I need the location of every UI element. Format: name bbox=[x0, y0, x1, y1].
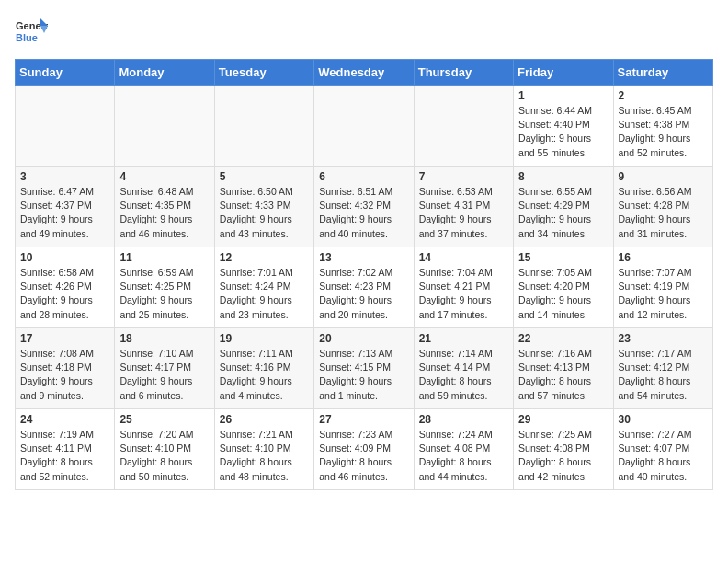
day-number: 11 bbox=[119, 251, 209, 264]
day-cell bbox=[115, 86, 214, 167]
day-cell: 18Sunrise: 7:10 AM Sunset: 4:17 PM Dayli… bbox=[115, 328, 214, 409]
weekday-header-sunday: Sunday bbox=[16, 60, 115, 86]
day-cell: 11Sunrise: 6:59 AM Sunset: 4:25 PM Dayli… bbox=[115, 247, 214, 328]
day-cell: 15Sunrise: 7:05 AM Sunset: 4:20 PM Dayli… bbox=[514, 247, 613, 328]
day-number: 22 bbox=[518, 332, 608, 345]
day-number: 15 bbox=[518, 251, 608, 264]
day-info: Sunrise: 7:04 AM Sunset: 4:21 PM Dayligh… bbox=[419, 266, 508, 322]
day-info: Sunrise: 7:13 AM Sunset: 4:15 PM Dayligh… bbox=[319, 347, 408, 403]
week-row-3: 10Sunrise: 6:58 AM Sunset: 4:26 PM Dayli… bbox=[16, 247, 713, 328]
day-number: 23 bbox=[619, 332, 708, 345]
day-number: 28 bbox=[419, 413, 508, 426]
day-info: Sunrise: 7:14 AM Sunset: 4:14 PM Dayligh… bbox=[419, 347, 508, 403]
day-number: 27 bbox=[319, 413, 408, 426]
day-number: 29 bbox=[518, 413, 608, 426]
day-cell: 20Sunrise: 7:13 AM Sunset: 4:15 PM Dayli… bbox=[314, 328, 414, 409]
day-cell: 12Sunrise: 7:01 AM Sunset: 4:24 PM Dayli… bbox=[214, 247, 313, 328]
day-cell: 22Sunrise: 7:16 AM Sunset: 4:13 PM Dayli… bbox=[514, 328, 613, 409]
day-info: Sunrise: 6:58 AM Sunset: 4:26 PM Dayligh… bbox=[20, 266, 109, 322]
day-cell: 23Sunrise: 7:17 AM Sunset: 4:12 PM Dayli… bbox=[613, 328, 712, 409]
weekday-header-friday: Friday bbox=[514, 60, 613, 86]
day-number: 13 bbox=[319, 251, 408, 264]
day-info: Sunrise: 6:53 AM Sunset: 4:31 PM Dayligh… bbox=[419, 185, 508, 241]
day-number: 24 bbox=[20, 413, 109, 426]
day-cell: 6Sunrise: 6:51 AM Sunset: 4:32 PM Daylig… bbox=[314, 167, 414, 247]
day-cell: 29Sunrise: 7:25 AM Sunset: 4:08 PM Dayli… bbox=[514, 409, 613, 490]
day-info: Sunrise: 6:59 AM Sunset: 4:25 PM Dayligh… bbox=[119, 266, 209, 322]
weekday-header-wednesday: Wednesday bbox=[314, 60, 414, 86]
week-row-2: 3Sunrise: 6:47 AM Sunset: 4:37 PM Daylig… bbox=[16, 167, 713, 247]
day-number: 5 bbox=[220, 170, 309, 183]
day-cell: 2Sunrise: 6:45 AM Sunset: 4:38 PM Daylig… bbox=[613, 86, 712, 167]
day-cell: 7Sunrise: 6:53 AM Sunset: 4:31 PM Daylig… bbox=[414, 167, 513, 247]
day-info: Sunrise: 7:07 AM Sunset: 4:19 PM Dayligh… bbox=[619, 266, 708, 322]
day-cell: 21Sunrise: 7:14 AM Sunset: 4:14 PM Dayli… bbox=[414, 328, 513, 409]
day-cell: 14Sunrise: 7:04 AM Sunset: 4:21 PM Dayli… bbox=[414, 247, 513, 328]
day-info: Sunrise: 7:05 AM Sunset: 4:20 PM Dayligh… bbox=[518, 266, 608, 322]
day-info: Sunrise: 7:21 AM Sunset: 4:10 PM Dayligh… bbox=[220, 428, 309, 484]
svg-text:Blue: Blue bbox=[16, 32, 38, 43]
calendar: SundayMondayTuesdayWednesdayThursdayFrid… bbox=[15, 59, 713, 490]
weekday-header-monday: Monday bbox=[115, 60, 214, 86]
day-number: 20 bbox=[319, 332, 408, 345]
day-info: Sunrise: 6:47 AM Sunset: 4:37 PM Dayligh… bbox=[20, 185, 109, 241]
day-cell: 4Sunrise: 6:48 AM Sunset: 4:35 PM Daylig… bbox=[115, 167, 214, 247]
day-cell bbox=[214, 86, 313, 167]
day-cell: 30Sunrise: 7:27 AM Sunset: 4:07 PM Dayli… bbox=[613, 409, 712, 490]
day-info: Sunrise: 7:25 AM Sunset: 4:08 PM Dayligh… bbox=[518, 428, 608, 484]
day-number: 14 bbox=[419, 251, 508, 264]
header: General Blue bbox=[15, 15, 713, 48]
day-number: 19 bbox=[220, 332, 309, 345]
day-number: 26 bbox=[220, 413, 309, 426]
day-info: Sunrise: 7:27 AM Sunset: 4:07 PM Dayligh… bbox=[619, 428, 708, 484]
day-number: 7 bbox=[419, 170, 508, 183]
day-cell: 8Sunrise: 6:55 AM Sunset: 4:29 PM Daylig… bbox=[514, 167, 613, 247]
day-cell: 16Sunrise: 7:07 AM Sunset: 4:19 PM Dayli… bbox=[613, 247, 712, 328]
day-number: 12 bbox=[220, 251, 309, 264]
day-number: 17 bbox=[20, 332, 109, 345]
day-info: Sunrise: 7:01 AM Sunset: 4:24 PM Dayligh… bbox=[220, 266, 309, 322]
week-row-5: 24Sunrise: 7:19 AM Sunset: 4:11 PM Dayli… bbox=[16, 409, 713, 490]
logo: General Blue bbox=[15, 15, 48, 48]
day-info: Sunrise: 6:51 AM Sunset: 4:32 PM Dayligh… bbox=[319, 185, 408, 241]
day-cell: 5Sunrise: 6:50 AM Sunset: 4:33 PM Daylig… bbox=[214, 167, 313, 247]
day-number: 8 bbox=[518, 170, 608, 183]
day-info: Sunrise: 7:17 AM Sunset: 4:12 PM Dayligh… bbox=[619, 347, 708, 403]
weekday-header-tuesday: Tuesday bbox=[214, 60, 313, 86]
weekday-header-row: SundayMondayTuesdayWednesdayThursdayFrid… bbox=[16, 60, 713, 86]
weekday-header-thursday: Thursday bbox=[414, 60, 513, 86]
day-cell bbox=[414, 86, 513, 167]
day-cell: 9Sunrise: 6:56 AM Sunset: 4:28 PM Daylig… bbox=[613, 167, 712, 247]
day-number: 30 bbox=[619, 413, 708, 426]
day-info: Sunrise: 7:20 AM Sunset: 4:10 PM Dayligh… bbox=[119, 428, 209, 484]
logo-svg: General Blue bbox=[15, 15, 48, 48]
day-cell: 13Sunrise: 7:02 AM Sunset: 4:23 PM Dayli… bbox=[314, 247, 414, 328]
day-number: 2 bbox=[619, 89, 708, 102]
day-cell: 19Sunrise: 7:11 AM Sunset: 4:16 PM Dayli… bbox=[214, 328, 313, 409]
day-info: Sunrise: 7:24 AM Sunset: 4:08 PM Dayligh… bbox=[419, 428, 508, 484]
day-info: Sunrise: 7:11 AM Sunset: 4:16 PM Dayligh… bbox=[220, 347, 309, 403]
day-info: Sunrise: 7:16 AM Sunset: 4:13 PM Dayligh… bbox=[518, 347, 608, 403]
day-number: 16 bbox=[619, 251, 708, 264]
day-number: 18 bbox=[119, 332, 209, 345]
day-cell: 3Sunrise: 6:47 AM Sunset: 4:37 PM Daylig… bbox=[16, 167, 115, 247]
day-info: Sunrise: 6:45 AM Sunset: 4:38 PM Dayligh… bbox=[619, 104, 708, 160]
day-info: Sunrise: 7:10 AM Sunset: 4:17 PM Dayligh… bbox=[119, 347, 209, 403]
day-cell: 10Sunrise: 6:58 AM Sunset: 4:26 PM Dayli… bbox=[16, 247, 115, 328]
day-number: 3 bbox=[20, 170, 109, 183]
day-number: 21 bbox=[419, 332, 508, 345]
day-cell bbox=[314, 86, 414, 167]
week-row-1: 1Sunrise: 6:44 AM Sunset: 4:40 PM Daylig… bbox=[16, 86, 713, 167]
day-number: 4 bbox=[119, 170, 209, 183]
day-info: Sunrise: 6:55 AM Sunset: 4:29 PM Dayligh… bbox=[518, 185, 608, 241]
day-info: Sunrise: 7:02 AM Sunset: 4:23 PM Dayligh… bbox=[319, 266, 408, 322]
day-cell: 28Sunrise: 7:24 AM Sunset: 4:08 PM Dayli… bbox=[414, 409, 513, 490]
day-cell: 26Sunrise: 7:21 AM Sunset: 4:10 PM Dayli… bbox=[214, 409, 313, 490]
day-info: Sunrise: 6:44 AM Sunset: 4:40 PM Dayligh… bbox=[518, 104, 608, 160]
day-number: 6 bbox=[319, 170, 408, 183]
day-info: Sunrise: 7:19 AM Sunset: 4:11 PM Dayligh… bbox=[20, 428, 109, 484]
weekday-header-saturday: Saturday bbox=[613, 60, 712, 86]
day-number: 1 bbox=[518, 89, 608, 102]
day-info: Sunrise: 6:48 AM Sunset: 4:35 PM Dayligh… bbox=[119, 185, 209, 241]
day-info: Sunrise: 7:23 AM Sunset: 4:09 PM Dayligh… bbox=[319, 428, 408, 484]
